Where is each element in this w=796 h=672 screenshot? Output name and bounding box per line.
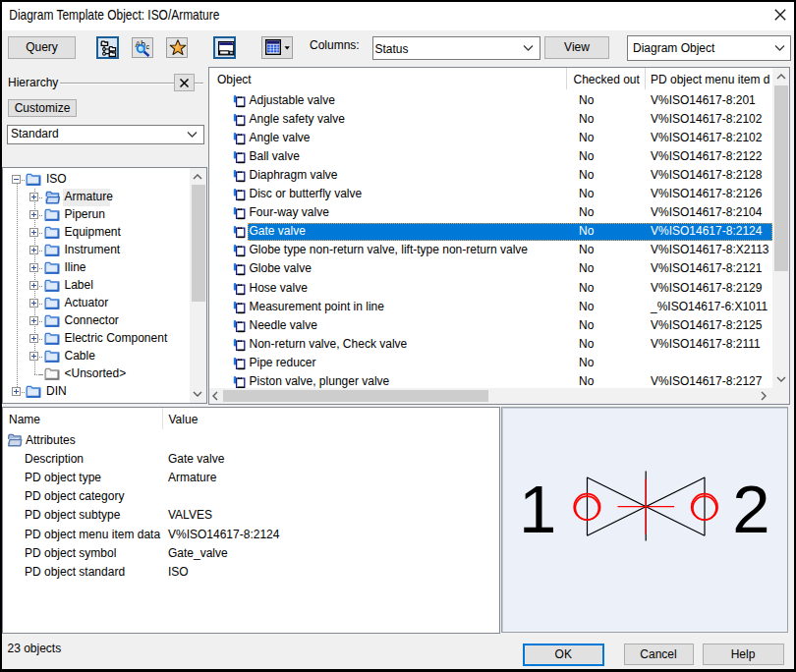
- svg-text:c: c: [145, 43, 149, 50]
- svg-text:Diagram Template Object: ISO/A: Diagram Template Object: ISO/Armature: [9, 6, 219, 23]
